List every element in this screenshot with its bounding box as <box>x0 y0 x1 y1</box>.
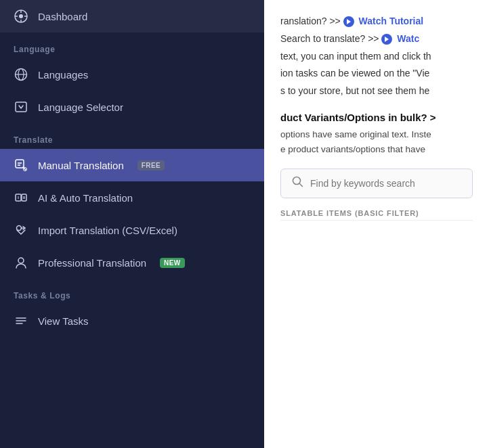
view-tasks-icon <box>14 313 28 328</box>
ai-translation-icon <box>14 190 28 205</box>
professional-translation-badge: NEW <box>160 258 185 268</box>
info-line-2-text: Search to translate? >> <box>280 33 381 44</box>
svg-rect-9 <box>16 102 26 112</box>
watch-tutorial-link-2[interactable]: Watc <box>397 33 419 44</box>
search-icon <box>292 176 303 191</box>
manual-translation-badge: FREE <box>137 160 165 171</box>
bulk-heading-text: duct Variants/Options in bulk? > <box>280 112 436 123</box>
sidebar-item-view-tasks[interactable]: View Tasks <box>0 305 264 337</box>
svg-line-27 <box>299 183 303 187</box>
bulk-body-line1: options have same original text. Inste <box>280 129 431 139</box>
svg-rect-10 <box>16 160 24 168</box>
languages-icon <box>14 67 28 82</box>
professional-translation-icon <box>14 255 28 270</box>
sidebar-item-import-translation-label: Import Translation (CSV/Excel) <box>38 225 177 236</box>
language-selector-icon <box>14 99 28 114</box>
sidebar-item-languages[interactable]: Languages <box>0 58 264 91</box>
play-icon-1 <box>343 16 354 27</box>
sidebar-section-translate: Translate <box>0 123 264 149</box>
search-bar[interactable] <box>280 169 473 198</box>
play-icon-2 <box>381 34 392 45</box>
main-content: ranslation? >> Watch Tutorial Search to … <box>264 0 489 448</box>
info-line-1: ranslation? >> Watch Tutorial <box>280 14 473 30</box>
info-line-3: text, you can input them and click th <box>280 49 473 65</box>
info-line-4: ion tasks can be viewed on the "Vie <box>280 66 473 82</box>
bulk-body-line2: e product variants/options that have <box>280 144 425 154</box>
svg-rect-15 <box>22 194 26 201</box>
svg-point-22 <box>18 258 24 263</box>
watch-tutorial-link-1[interactable]: Watch Tutorial <box>359 16 424 26</box>
bulk-section-heading: duct Variants/Options in bulk? > <box>280 112 473 123</box>
sidebar-item-manual-translation[interactable]: Manual Translation FREE <box>0 149 264 181</box>
sidebar-item-professional-translation-label: Professional Translation <box>38 257 146 269</box>
info-line-2: Search to translate? >> Watc <box>280 31 473 47</box>
sidebar-item-manual-translation-label: Manual Translation <box>38 160 124 171</box>
bulk-section-body: options have same original text. Inste e… <box>280 127 473 156</box>
sidebar-section-tasks: Tasks & Logs <box>0 279 264 305</box>
filter-label: SLATABLE ITEMS (BASIC FILTER) <box>280 209 473 221</box>
manual-translation-icon <box>14 158 28 173</box>
sidebar-item-languages-label: Languages <box>38 69 88 81</box>
search-input[interactable] <box>310 178 461 189</box>
svg-rect-14 <box>16 194 21 201</box>
info-line-5: s to your store, but not see them he <box>280 83 473 99</box>
sidebar-item-professional-translation[interactable]: Professional Translation NEW <box>0 246 264 279</box>
sidebar-item-import-translation[interactable]: Import Translation (CSV/Excel) <box>0 214 264 246</box>
sidebar-item-view-tasks-label: View Tasks <box>38 315 88 327</box>
sidebar-item-ai-translation[interactable]: AI & Auto Translation <box>0 181 264 214</box>
svg-point-1 <box>19 14 23 18</box>
sidebar-item-dashboard-label: Dashboard <box>38 11 87 22</box>
sidebar-item-dashboard[interactable]: Dashboard <box>0 0 264 32</box>
sidebar-section-language: Language <box>0 32 264 58</box>
sidebar: Dashboard Language Languages Language Se… <box>0 0 264 448</box>
import-translation-icon <box>14 223 28 238</box>
info-line-1-text: ranslation? >> <box>280 16 343 26</box>
sidebar-item-ai-translation-label: AI & Auto Translation <box>38 192 133 204</box>
sidebar-item-language-selector-label: Language Selector <box>38 102 123 113</box>
sidebar-item-language-selector[interactable]: Language Selector <box>0 91 264 123</box>
dashboard-icon <box>14 9 28 24</box>
